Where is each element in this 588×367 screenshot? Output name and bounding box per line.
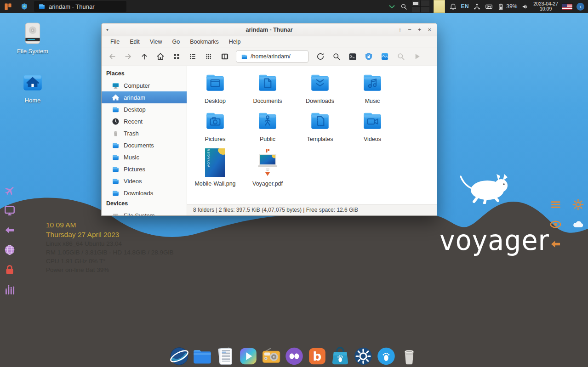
dock-tweaks[interactable] [353,346,373,367]
menubar-item[interactable]: Edit [125,39,145,45]
toolbar-icon [220,52,229,61]
maximize-button[interactable]: + [418,26,422,33]
folder-videos[interactable]: Videos [348,110,397,142]
sidebar-item-documents[interactable]: Documents [102,139,187,151]
wallpaper-button[interactable] [377,50,393,63]
terminal-button[interactable] [345,50,360,63]
close-button[interactable]: × [428,26,431,33]
eye-launcher[interactable] [549,218,562,231]
notifications-icon[interactable] [449,3,457,11]
folder-templates[interactable]: Templates [296,110,344,142]
search-button[interactable] [329,50,344,63]
folder-pictures[interactable]: Pictures [191,110,240,142]
language-indicator[interactable]: EN [461,3,469,10]
find-button[interactable] [393,50,409,63]
settings-launcher[interactable] [572,198,584,211]
titlebar[interactable]: ▾ arindam - Thunar ↑ − + × [102,23,437,36]
sidebar-item-downloads[interactable]: Downloads [102,187,187,199]
dock-media-player[interactable] [238,346,258,367]
sidebar-item-pictures[interactable]: Pictures [102,163,187,175]
dock-radio[interactable] [261,346,281,367]
dock-app-icon [353,346,373,367]
folder-music[interactable]: Music [348,72,397,104]
menubar-item[interactable]: Help [224,39,246,45]
file-voyager-pdf[interactable]: Voyager.pdf [243,148,292,187]
desktop-icon-file-system[interactable]: File System [13,22,52,55]
path-bar[interactable]: /home/arindam/ [236,50,308,63]
sidebar-item-icon [112,177,120,185]
window-menu-button[interactable]: ▾ [106,27,108,32]
applications-menu-button[interactable] [0,0,16,13]
folder-documents[interactable]: Documents [243,72,292,104]
dock-file-manager[interactable] [192,346,212,367]
voyager-menu-button[interactable] [19,0,29,13]
dock-privacy-mask[interactable] [284,346,304,367]
list-view-button[interactable] [185,50,200,63]
dock-text-editor[interactable] [215,346,235,367]
lock-launcher[interactable] [4,264,16,276]
panel-clock[interactable]: 2023-04-27 10:09 [533,1,558,11]
desktop-icon-home[interactable]: Home [13,71,52,104]
notes-widget[interactable] [434,0,445,13]
folder-downloads[interactable]: Downloads [296,72,344,104]
menubar-item[interactable]: Bookmarks [185,39,224,45]
file-icon [308,72,331,95]
menubar-item[interactable]: View [145,39,167,45]
dock-app-icon [284,346,304,367]
back-launcher[interactable] [549,238,562,250]
sidebar-item-computer[interactable]: Computer [102,79,187,91]
dock-trash[interactable] [399,346,419,367]
cloud-decoration[interactable] [572,218,584,231]
dock-gnome[interactable] [376,346,396,367]
folder-public[interactable]: Public [243,110,292,142]
display-launcher[interactable] [4,204,16,216]
back-button[interactable] [104,50,120,63]
sidebar-item-arindam[interactable]: arindam [102,91,187,103]
root-shield-button[interactable] [361,50,377,63]
dock-software-store[interactable] [330,346,350,367]
sidebar-item-file-system[interactable]: File System [102,209,187,215]
folder-icon [241,53,248,60]
dock-app-icon [169,346,189,367]
globe-launcher[interactable] [4,244,16,256]
up-button[interactable] [137,50,152,63]
back-arrow-launcher[interactable] [4,224,16,236]
volume-icon[interactable] [521,3,529,11]
sidebar-item-videos[interactable]: Videos [102,175,187,187]
minimize-button[interactable]: − [408,26,411,33]
airplane-launcher[interactable] [4,185,16,197]
workspace-switcher[interactable] [412,0,429,12]
panel-collapse-icon[interactable]: ‹ [577,3,584,11]
forward-button[interactable] [120,50,136,63]
sidebar-item-icon [112,189,120,197]
dock-web-browser[interactable] [169,346,189,367]
run-button[interactable] [409,50,425,63]
compact-view-button[interactable] [201,50,217,63]
dock-bottles[interactable]: b [307,346,327,367]
file-mobile-wall[interactable]: VOYAGER Mobile-Wall.png [191,148,240,187]
taskbar-window-title: arindam - Thunar [49,3,94,10]
sidebar-item-desktop[interactable]: Desktop [102,103,187,115]
dock-app-icon [238,346,258,367]
home-button[interactable] [153,50,168,63]
battery-indicator[interactable]: 39% [497,3,517,11]
split-view-button[interactable] [217,50,233,63]
sidebar-item-trash[interactable]: Trash [102,127,187,139]
file-label: Music [365,98,380,104]
icon-view-button[interactable] [169,50,184,63]
sidebar-item-music[interactable]: Music [102,151,187,163]
menubar-item[interactable]: Go [167,39,185,45]
taskbar-window-button[interactable]: arindam - Thunar [34,1,126,12]
menubar-item[interactable]: File [105,39,125,45]
network-icon[interactable] [473,3,481,11]
folder-desktop[interactable]: Desktop [191,72,240,104]
stats-launcher[interactable] [4,283,16,295]
us-flag-icon[interactable] [562,4,572,10]
sidebar-item-recent[interactable]: Recent [102,115,187,127]
search-icon[interactable] [400,3,408,11]
keyring-icon[interactable] [485,3,493,11]
menu-launcher[interactable] [549,198,562,211]
keep-above-button[interactable]: ↑ [399,26,402,33]
reload-button[interactable] [313,50,328,63]
chevron-down-icon[interactable] [388,3,396,11]
